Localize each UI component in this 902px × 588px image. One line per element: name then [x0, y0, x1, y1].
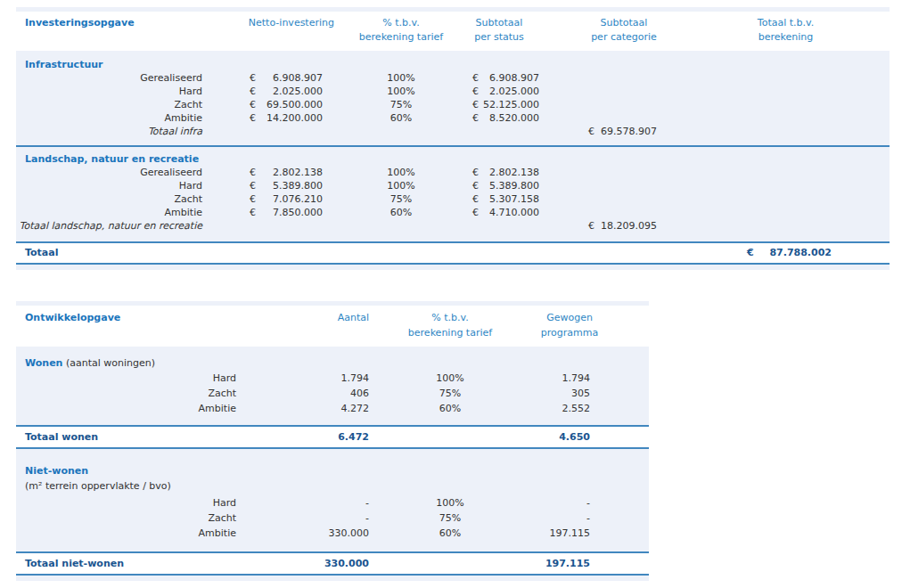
pct-value: 60% [385, 526, 515, 541]
euro-symbol: € [472, 85, 479, 98]
gewogen-value: 197.115 [515, 526, 649, 541]
section-total-row: Totaal landschap, natuur en recreatie €1… [16, 219, 890, 233]
investment-table: Investeringsopgave Netto-investering % t… [16, 7, 890, 270]
section-header-row: Wonen (aantal woningen) [16, 355, 649, 371]
euro-symbol: € [472, 179, 479, 192]
pct-value: 100% [343, 71, 459, 85]
table-row: Hard €5.389.800 100% €5.389.800 [16, 179, 890, 192]
table-row: Ambitie €14.200.000 60% €8.520.000 [16, 111, 890, 125]
euro-symbol: € [472, 98, 479, 111]
column-header-substatus: Subtotaal [459, 16, 566, 30]
row-label: Hard [16, 85, 218, 98]
column-header-pct: % t.b.v. [343, 16, 459, 30]
row-label: Hard [16, 495, 254, 510]
row-label: Hard [16, 179, 218, 192]
gewogen-value: - [515, 495, 649, 510]
total-aantal-value: 6.472 [254, 429, 385, 445]
substatus-value: 8.520.000 [489, 111, 539, 125]
euro-symbol: € [472, 111, 479, 125]
table-row: Hard 1.794 100% 1.794 [16, 371, 649, 386]
gewogen-value: 305 [515, 386, 649, 401]
total-aantal-value: 330.000 [254, 556, 385, 571]
euro-symbol: € [250, 179, 256, 192]
table-row: Ambitie 4.272 60% 2.552 [16, 401, 649, 416]
euro-symbol: € [472, 192, 479, 206]
section-total-row: Totaal infra €69.578.907 [16, 125, 890, 138]
development-table-header: Ontwikkelopgave Aantal % t.b.v. Gewogen … [16, 306, 649, 347]
pct-value: 75% [343, 98, 459, 111]
total-gewogen-value: 4.650 [515, 429, 649, 445]
substatus-value: 6.908.907 [489, 71, 539, 85]
row-label: Gerealiseerd [16, 166, 218, 179]
column-header-netto-line2 [218, 30, 343, 45]
pct-value: 75% [343, 192, 459, 206]
total-gewogen-value: 197.115 [515, 556, 649, 571]
investment-table-title: Investeringsopgave [16, 16, 218, 30]
section-header-row: Niet-wonen [16, 463, 649, 478]
section-subtitle-row: (m² terrein oppervlakte / bvo) [16, 478, 649, 494]
euro-symbol: € [250, 192, 256, 206]
row-label: Zacht [16, 510, 254, 526]
euro-symbol: € [250, 71, 256, 85]
row-label: Zacht [16, 192, 218, 206]
pct-value: 100% [385, 371, 515, 386]
table-row: Zacht - 75% - [16, 510, 649, 526]
grand-total-label: Totaal [16, 246, 218, 260]
netto-value: 2.025.000 [273, 85, 323, 98]
euro-symbol: € [250, 98, 256, 111]
section-header-row: Infrastructuur [16, 58, 890, 71]
column-header-pct: % t.b.v. [385, 310, 515, 325]
column-header-subcategory: Subtotaal [566, 16, 682, 30]
section-name: Niet-wonen [25, 465, 88, 477]
substatus-value: 5.307.158 [489, 192, 539, 206]
netto-value: 14.200.000 [266, 111, 323, 125]
column-header-total: Totaal t.b.v. [682, 16, 890, 30]
row-label: Ambitie [16, 206, 218, 219]
netto-value: 6.908.907 [273, 71, 323, 85]
pct-value: 60% [343, 111, 459, 125]
development-table: Ontwikkelopgave Aantal % t.b.v. Gewogen … [16, 301, 649, 581]
pct-value: 100% [343, 85, 459, 98]
table-row: Hard - 100% - [16, 495, 649, 510]
table-row: Zacht 406 75% 305 [16, 386, 649, 401]
aantal-value: - [254, 495, 385, 510]
euro-symbol: € [472, 71, 479, 85]
substatus-value: 52.125.000 [483, 98, 539, 111]
row-label: Zacht [16, 98, 218, 111]
substatus-value: 5.389.800 [489, 179, 539, 192]
grand-total-value: 87.788.002 [769, 246, 832, 260]
column-header-gewogen-line2: programma [515, 325, 649, 340]
row-label: Ambitie [16, 526, 254, 541]
section-header-row: Landschap, natuur en recreatie [16, 152, 890, 166]
table-row: Zacht €7.076.210 75% €5.307.158 [16, 192, 890, 206]
grand-total-row: Totaal €87.788.002 [16, 241, 890, 265]
column-header-pct-line2: berekening tarief [385, 325, 515, 340]
total-wonen-row: Totaal wonen 6.472 4.650 [16, 425, 649, 449]
table-row: Gerealiseerd €2.802.138 100% €2.802.138 [16, 166, 890, 179]
column-header-substatus-line2: per status [459, 30, 566, 45]
netto-value: 5.389.800 [273, 179, 323, 192]
netto-value: 2.802.138 [273, 166, 323, 179]
netto-value: 7.076.210 [273, 192, 323, 206]
column-header-subcategory-line2: per categorie [566, 30, 682, 45]
table-row: Ambitie €7.850.000 60% €4.710.000 [16, 206, 890, 219]
euro-symbol: € [747, 246, 754, 260]
euro-symbol: € [472, 206, 479, 219]
section-header-wonen: Wonen (aantal woningen) [16, 355, 649, 371]
row-label: Hard [16, 371, 254, 386]
aantal-value: - [254, 510, 385, 526]
column-header-aantal-line2 [254, 325, 385, 340]
pct-value: 100% [343, 166, 459, 179]
aantal-value: 1.794 [254, 371, 385, 386]
gewogen-value: 2.552 [515, 401, 649, 416]
section-header-landschap: Landschap, natuur en recreatie [16, 152, 890, 166]
substatus-value: 2.802.138 [489, 166, 539, 179]
column-header-netto: Netto-investering [218, 16, 343, 30]
euro-symbol: € [250, 206, 256, 219]
euro-symbol: € [250, 111, 256, 125]
total-niet-wonen-row: Totaal niet-wonen 330.000 197.115 [16, 551, 649, 576]
table-row: Zacht €69.500.000 75% €52.125.000 [16, 98, 890, 111]
subcategory-total-value: 69.578.907 [601, 125, 657, 138]
substatus-value: 4.710.000 [489, 206, 539, 219]
euro-symbol: € [588, 219, 594, 233]
